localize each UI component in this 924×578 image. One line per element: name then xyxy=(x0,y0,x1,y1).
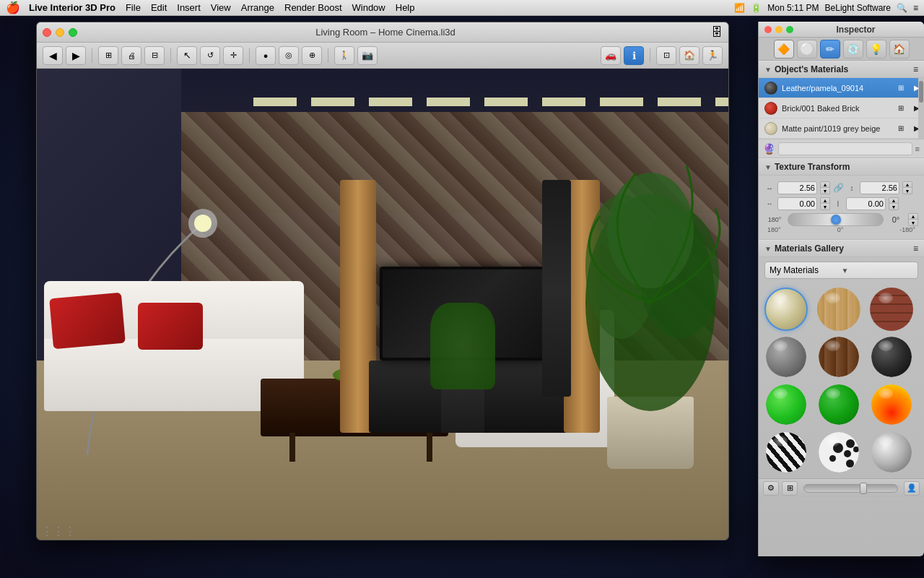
gallery-item-silver[interactable] xyxy=(870,431,913,474)
material-search-field[interactable] xyxy=(778,142,912,155)
material-edit-2[interactable]: ⊞ xyxy=(895,103,907,114)
move-tool-button[interactable]: ✛ xyxy=(223,46,243,65)
angle-up[interactable]: ▲ xyxy=(908,213,918,220)
offset-y-up[interactable]: ▲ xyxy=(889,197,899,204)
height-input[interactable]: 2.56 xyxy=(860,181,899,194)
select-tool-button[interactable]: ↖ xyxy=(177,46,197,65)
offset-x-value: 0.00 xyxy=(800,199,815,208)
rotate-tool-button[interactable]: ↺ xyxy=(200,46,220,65)
gallery-item-fire[interactable] xyxy=(870,383,913,426)
tab-materials[interactable]: 🔶 xyxy=(774,40,794,59)
nav-forward-button[interactable]: ▶ xyxy=(66,46,86,65)
gallery-menu[interactable]: ≡ xyxy=(913,243,918,254)
angle-down[interactable]: ▼ xyxy=(908,220,918,226)
car-button[interactable]: 🚗 xyxy=(601,46,621,65)
menu-help[interactable]: Help xyxy=(396,2,415,13)
menu-insert[interactable]: Insert xyxy=(177,2,201,13)
width-stepper[interactable]: ▲ ▼ xyxy=(820,181,830,194)
minimize-button[interactable] xyxy=(56,28,64,37)
nav-back-button[interactable]: ◀ xyxy=(43,46,63,65)
render-view-button[interactable]: 🖨 xyxy=(121,46,141,65)
settings-icon-btn[interactable]: ⚙ xyxy=(763,481,779,496)
grid-icon-btn[interactable]: ⊞ xyxy=(782,481,798,496)
orbit-tool-button[interactable]: ● xyxy=(256,46,276,65)
link-icon[interactable]: 🔗 xyxy=(833,183,844,193)
offset-y-stepper[interactable]: ▲ ▼ xyxy=(889,197,899,210)
orbit-alt-button[interactable]: ◎ xyxy=(279,46,299,65)
material-search-menu[interactable]: ≡ xyxy=(915,144,920,153)
tab-house[interactable]: 🏠 xyxy=(889,40,910,59)
camera-button[interactable]: 📷 xyxy=(357,46,378,65)
tab-edit[interactable]: ✏ xyxy=(820,40,840,59)
menu-appname[interactable]: Live Interior 3D Pro xyxy=(29,2,116,13)
gallery-item-green-dark[interactable] xyxy=(817,383,860,426)
gallery-item-green-bright[interactable] xyxy=(764,383,808,426)
material-edit-1[interactable]: ⊞ xyxy=(895,82,907,94)
offset-x-up[interactable]: ▲ xyxy=(820,197,830,204)
material-edit-3[interactable]: ⊞ xyxy=(895,123,907,134)
gallery-dropdown[interactable]: My Materials ▼ xyxy=(764,262,918,279)
materials-scroll-thumb[interactable] xyxy=(919,81,923,103)
tab-sphere[interactable]: ⚪ xyxy=(797,40,817,59)
tab-coin[interactable]: 💿 xyxy=(843,40,863,59)
viewport[interactable]: ⋮⋮⋮ xyxy=(37,69,729,540)
inspector-minimize[interactable] xyxy=(775,26,783,33)
menu-view[interactable]: View xyxy=(211,2,231,13)
gallery-item-stone[interactable] xyxy=(764,335,808,379)
width-down[interactable]: ▼ xyxy=(820,188,830,194)
offset-x-stepper[interactable]: ▲ ▼ xyxy=(820,197,830,210)
2d-view-button[interactable]: ⊟ xyxy=(144,46,165,65)
gallery-item-spots[interactable] xyxy=(817,431,860,474)
gallery-item-brick[interactable] xyxy=(870,288,913,331)
section-menu-icon[interactable]: ≡ xyxy=(913,64,918,74)
menu-arrange[interactable]: Arrange xyxy=(241,2,274,13)
tab-light[interactable]: 💡 xyxy=(866,40,886,59)
control-icon[interactable]: ≡ xyxy=(913,3,918,13)
info-button[interactable]: ℹ xyxy=(624,46,644,65)
close-button[interactable] xyxy=(43,28,51,37)
person-icon-btn[interactable]: 👤 xyxy=(904,481,920,496)
floor-plan-button[interactable]: ⊞ xyxy=(98,46,118,65)
width-up[interactable]: ▲ xyxy=(820,181,830,188)
gallery-size-thumb[interactable] xyxy=(860,483,867,494)
orbit-pan-button[interactable]: ⊕ xyxy=(302,46,322,65)
gallery-item-cream[interactable] xyxy=(764,288,808,331)
angle-slider-thumb[interactable] xyxy=(831,215,841,225)
house2-button[interactable]: 🏠 xyxy=(679,46,699,65)
offset-y-input[interactable]: 0.00 xyxy=(846,197,886,210)
menu-file[interactable]: File xyxy=(126,2,141,13)
menu-edit[interactable]: Edit xyxy=(151,2,167,13)
height-stepper[interactable]: ▲ ▼ xyxy=(902,181,912,194)
transform-row-size: ↔ 2.56 ▲ ▼ 🔗 ↕ 2.56 ▲ ▼ xyxy=(764,181,918,194)
materials-scrollbar[interactable] xyxy=(918,78,924,139)
gallery-item-wood-light[interactable] xyxy=(817,288,860,331)
wand-icon[interactable]: 🔮 xyxy=(763,143,775,155)
menubar-right: 📶 🔋 Mon 5:11 PM BeLight Software 🔍 ≡ xyxy=(734,3,918,13)
walk-button[interactable]: 🚶 xyxy=(334,46,354,65)
search-icon[interactable]: 🔍 xyxy=(897,3,907,13)
maximize-button[interactable] xyxy=(69,28,77,37)
angle-slider[interactable] xyxy=(788,213,884,226)
material-item-3[interactable]: Matte paint/1019 grey beige ⊞ ▶ xyxy=(759,118,924,139)
height-down[interactable]: ▼ xyxy=(902,188,912,194)
material-item-1[interactable]: Leather/pamela_09014 ⊞ ▶ xyxy=(759,78,924,98)
width-input[interactable]: 2.56 xyxy=(777,181,817,194)
gallery-item-wood-dark[interactable] xyxy=(817,335,860,379)
gallery-item-dark[interactable] xyxy=(870,335,913,379)
offset-x-input[interactable]: 0.00 xyxy=(777,197,817,210)
offset-y-down[interactable]: ▼ xyxy=(889,204,899,210)
inspector-maximize[interactable] xyxy=(786,26,793,33)
gallery-size-slider[interactable] xyxy=(803,484,898,493)
inspector-close[interactable] xyxy=(764,26,772,33)
angle-stepper[interactable]: ▲ ▼ xyxy=(908,213,918,226)
table-leg-1 xyxy=(289,433,295,462)
menu-render[interactable]: Render Boost xyxy=(284,2,342,13)
offset-x-down[interactable]: ▼ xyxy=(820,204,830,210)
apple-menu[interactable]: 🍎 xyxy=(6,1,20,14)
material-item-2[interactable]: Brick/001 Baked Brick ⊞ ▶ xyxy=(759,98,924,118)
walk2-button[interactable]: 🏃 xyxy=(702,46,723,65)
height-up[interactable]: ▲ xyxy=(902,181,912,188)
frame-button[interactable]: ⊡ xyxy=(656,46,676,65)
gallery-item-zebra[interactable] xyxy=(764,431,808,474)
menu-window[interactable]: Window xyxy=(352,2,385,13)
